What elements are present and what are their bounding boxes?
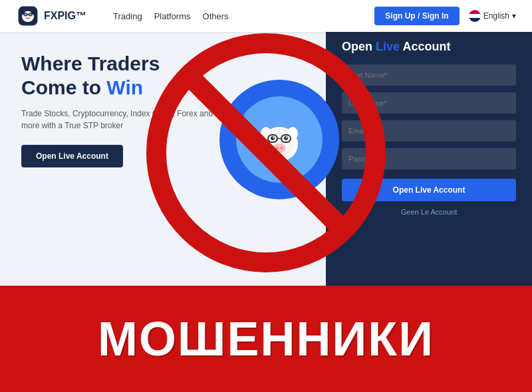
hero-title: Where Traders Come to Win [21, 52, 221, 100]
nav-platforms[interactable]: Platforms [154, 11, 191, 21]
svg-point-27 [281, 147, 283, 149]
blue-circle [219, 80, 339, 199]
logo-area: FXPIG™ [16, 4, 86, 28]
nav-others[interactable]: Others [203, 11, 229, 21]
hero-title-line1: Where Traders [21, 52, 160, 74]
svg-point-10 [29, 14, 30, 15]
svg-point-16 [261, 127, 271, 140]
svg-point-23 [273, 137, 274, 138]
mascot-area [206, 40, 352, 239]
form-title: Open Live Account [342, 40, 516, 54]
svg-point-6 [29, 18, 29, 19]
nav-links: Trading Platforms Others [113, 11, 229, 21]
password-input[interactable] [342, 148, 516, 169]
svg-point-17 [287, 127, 298, 140]
geen-le-account-label: Geen Le Account [342, 208, 516, 216]
hero-win-word: Win [106, 76, 143, 98]
svg-point-21 [271, 136, 275, 140]
form-title-accent: Live [376, 40, 400, 53]
last-name-input[interactable] [342, 92, 516, 114]
language-selector[interactable]: English ▾ [469, 10, 516, 22]
lang-label: English [483, 11, 509, 21]
svg-point-24 [286, 137, 287, 138]
first-name-input[interactable] [342, 64, 516, 86]
logo-text: FXPIG™ [44, 10, 86, 22]
moshenniki-text: МОШЕННИКИ [98, 312, 434, 366]
svg-point-26 [276, 147, 279, 149]
blue-circle-inner [236, 96, 323, 183]
chevron-down-icon: ▾ [512, 11, 516, 21]
bottom-bar: МОШЕННИКИ [0, 286, 532, 392]
svg-point-5 [27, 18, 27, 19]
svg-point-22 [284, 136, 288, 140]
header-right: Sign Up / Sign In English ▾ [374, 7, 516, 25]
hero-subtitle: Trade Stocks, Cryptocurrency, Index CFDs… [21, 108, 221, 132]
hero-title-line2: Come to [21, 76, 106, 98]
form-title-rest: Account [400, 40, 450, 53]
svg-point-4 [25, 17, 30, 20]
pig-mascot-icon [249, 110, 309, 169]
svg-point-9 [26, 14, 27, 15]
website-screenshot: FXPIG™ Trading Platforms Others Sign Up … [0, 0, 532, 286]
logo-pig-icon [16, 4, 40, 28]
hero-content: Where Traders Come to Win Trade Stocks, … [21, 52, 221, 167]
site-header: FXPIG™ Trading Platforms Others Sign Up … [0, 0, 532, 32]
nav-trading[interactable]: Trading [113, 11, 142, 21]
hero-cta-button[interactable]: Open Live Account [21, 145, 123, 167]
form-panel: Open Live Account Open Live Account Geen… [326, 0, 532, 286]
sign-in-button[interactable]: Sign Up / Sign In [374, 7, 459, 25]
flag-icon [469, 10, 481, 22]
form-submit-button[interactable]: Open Live Account [342, 179, 516, 201]
svg-point-25 [273, 144, 286, 153]
email-input[interactable] [342, 120, 516, 142]
